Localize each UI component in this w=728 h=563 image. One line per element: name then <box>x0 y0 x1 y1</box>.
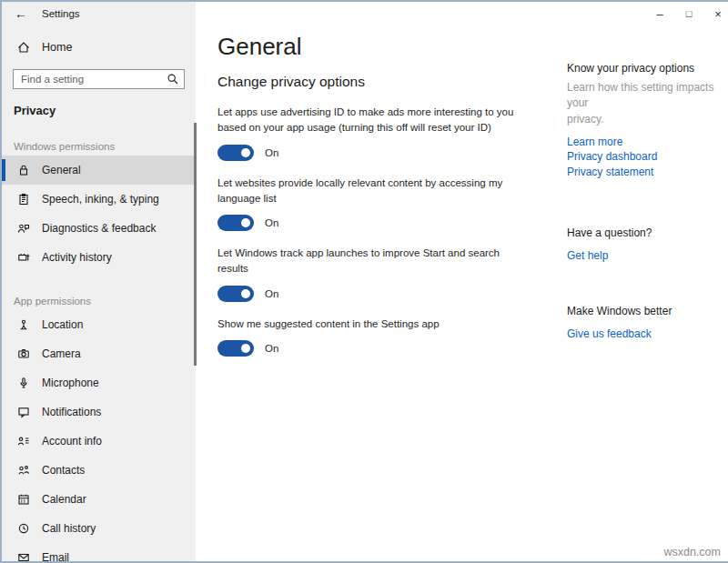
toggle-row-app-launches: On <box>217 286 567 302</box>
calendar-icon <box>16 492 31 507</box>
maximize-button[interactable]: □ <box>674 2 703 25</box>
toggle-row-suggested-content: On <box>217 340 567 357</box>
minimize-button[interactable]: – <box>645 2 674 25</box>
sidebar: ← Settings Home Privacy Windows permissi… <box>2 2 196 561</box>
lock-icon <box>16 163 31 177</box>
sidebar-item-account-info[interactable]: Account info <box>2 427 196 456</box>
content-pane: – □ × General Change privacy options Let… <box>196 2 728 561</box>
toggle-knob <box>241 218 250 227</box>
sidebar-item-contacts[interactable]: Contacts <box>2 456 196 485</box>
account-info-icon <box>16 434 31 448</box>
learn-more-link[interactable]: Learn more <box>567 135 727 149</box>
sidebar-item-label: Location <box>42 318 83 331</box>
sidebar-item-notifications[interactable]: Notifications <box>2 397 196 427</box>
sidebar-item-diagnostics-feedback[interactable]: Diagnostics & feedback <box>2 214 196 243</box>
sidebar-item-microphone[interactable]: Microphone <box>2 368 196 397</box>
sidebar-item-email[interactable]: Email <box>2 543 196 561</box>
suggested-content-toggle[interactable] <box>217 340 254 357</box>
sidebar-item-calendar[interactable]: Calendar <box>2 485 196 514</box>
give-us-feedback-link[interactable]: Give us feedback <box>567 327 727 341</box>
sidebar-item-call-history[interactable]: Call history <box>2 514 196 543</box>
search-input[interactable] <box>13 69 185 89</box>
toggle-description: Let Windows track app launches to improv… <box>217 246 567 277</box>
diagnostics-icon <box>16 221 31 236</box>
sidebar-item-label: Diagnostics & feedback <box>42 222 156 235</box>
sidebar-item-home[interactable]: Home <box>2 33 196 62</box>
sidebar-item-label: Email <box>42 551 69 561</box>
toggle-knob <box>241 289 250 298</box>
toggle-state-label: On <box>265 288 278 299</box>
toggle-knob <box>241 344 250 353</box>
sidebar-item-label: Notifications <box>42 406 101 418</box>
page-title: General <box>217 33 567 61</box>
toggle-state-label: On <box>265 217 278 228</box>
contacts-icon <box>16 463 31 478</box>
section-title: Change privacy options <box>217 74 567 90</box>
sidebar-item-label: Account info <box>42 435 102 447</box>
sidebar-item-label: Contacts <box>42 464 85 477</box>
make-windows-better-title: Make Windows better <box>567 305 727 317</box>
privacy-statement-link[interactable]: Privacy statement <box>567 165 727 179</box>
sidebar-item-activity-history[interactable]: Activity history <box>2 243 196 272</box>
privacy-dashboard-link[interactable]: Privacy dashboard <box>567 149 727 164</box>
have-a-question-title: Have a question? <box>567 226 727 239</box>
sidebar-item-label: General <box>42 164 81 176</box>
sidebar-item-label: Call history <box>42 522 96 535</box>
sidebar-item-speech-inking-typing[interactable]: Speech, inking, & typing <box>2 185 196 214</box>
window-title: Settings <box>42 8 80 19</box>
toggle-state-label: On <box>265 147 278 158</box>
sidebar-item-location[interactable]: Location <box>2 310 196 339</box>
titlebar-left: ← Settings <box>2 2 196 25</box>
location-icon <box>16 317 31 332</box>
call-history-icon <box>16 521 31 536</box>
advertising-id-toggle[interactable] <box>217 145 254 161</box>
titlebar-right: – □ × <box>196 2 728 25</box>
selected-accent-bar <box>2 159 5 181</box>
email-icon <box>16 550 31 561</box>
microphone-icon <box>16 376 31 390</box>
activity-icon <box>16 250 31 265</box>
content-area: General Change privacy options Let apps … <box>196 25 728 561</box>
toggle-state-label: On <box>265 343 278 354</box>
toggle-description: Let apps use advertising ID to make ads … <box>217 105 567 136</box>
toggle-row-language-list: On <box>217 215 567 231</box>
privacy-options-title: Know your privacy options <box>567 62 727 75</box>
sidebar-item-general[interactable]: General <box>2 156 196 185</box>
sidebar-item-label: Microphone <box>42 377 99 389</box>
toggle-description: Let websites provide locally relevant co… <box>217 176 567 207</box>
watermark: wsxdn.com <box>663 546 721 558</box>
notifications-icon <box>16 405 31 419</box>
sidebar-item-label: Activity history <box>42 251 112 264</box>
toggle-row-advertising-id: On <box>217 145 567 161</box>
language-list-toggle[interactable] <box>217 215 254 231</box>
section-header-app-permissions: App permissions <box>14 296 196 307</box>
privacy-options-description: Learn how this setting impacts your priv… <box>567 80 727 127</box>
close-button[interactable]: × <box>703 2 728 25</box>
back-button[interactable]: ← <box>15 6 38 21</box>
home-icon <box>16 40 31 55</box>
section-header-windows-permissions: Windows permissions <box>14 141 196 152</box>
toggle-knob <box>241 148 250 157</box>
sidebar-item-label: Speech, inking, & typing <box>42 193 159 206</box>
sidebar-item-label: Calendar <box>42 493 86 506</box>
app-launch-tracking-toggle[interactable] <box>217 286 254 302</box>
search-icon[interactable] <box>166 72 180 86</box>
settings-window: ← Settings Home Privacy Windows permissi… <box>0 0 728 563</box>
category-title: Privacy <box>14 104 196 117</box>
sidebar-item-label: Camera <box>42 347 81 360</box>
speech-icon <box>16 192 31 206</box>
help-column: Know your privacy options Learn how this… <box>567 25 727 561</box>
get-help-link[interactable]: Get help <box>567 248 727 263</box>
search-box <box>13 69 185 89</box>
toggle-description: Show me suggested content in the Setting… <box>217 317 567 332</box>
main-column: General Change privacy options Let apps … <box>217 25 567 561</box>
camera-icon <box>16 347 31 361</box>
home-label: Home <box>42 41 72 54</box>
sidebar-item-camera[interactable]: Camera <box>2 339 196 368</box>
sidebar-scrollbar[interactable] <box>194 123 197 366</box>
